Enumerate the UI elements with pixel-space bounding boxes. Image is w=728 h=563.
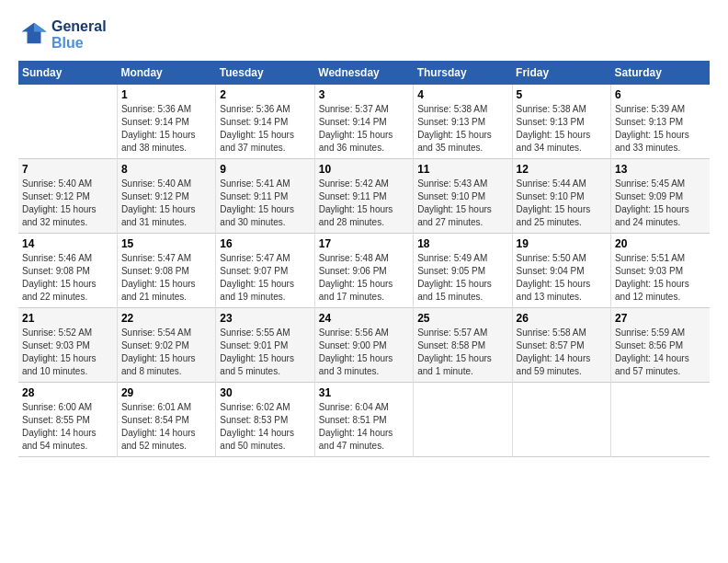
day-number: 27 [615,312,706,325]
calendar-cell: 24Sunrise: 5:56 AM Sunset: 9:00 PM Dayli… [314,308,413,383]
day-info: Sunrise: 5:42 AM Sunset: 9:11 PM Dayligh… [319,178,409,229]
calendar-header: Sunday Monday Tuesday Wednesday Thursday… [18,61,710,85]
day-info: Sunrise: 6:00 AM Sunset: 8:55 PM Dayligh… [22,401,113,453]
day-info: Sunrise: 5:56 AM Sunset: 9:00 PM Dayligh… [319,327,409,378]
day-number: 18 [417,237,507,250]
day-info: Sunrise: 5:47 AM Sunset: 9:08 PM Dayligh… [121,252,211,304]
day-number: 21 [22,312,113,325]
day-number: 6 [615,88,706,101]
day-info: Sunrise: 5:58 AM Sunset: 8:57 PM Dayligh… [517,327,607,378]
day-number: 23 [220,312,310,325]
day-number: 13 [615,163,706,176]
day-info: Sunrise: 5:38 AM Sunset: 9:13 PM Dayligh… [417,103,507,155]
calendar-cell [414,383,512,457]
calendar-cell: 17Sunrise: 5:48 AM Sunset: 9:06 PM Dayli… [314,234,413,308]
col-friday: Friday [512,61,610,85]
day-info: Sunrise: 5:55 AM Sunset: 9:01 PM Dayligh… [220,327,310,378]
day-info: Sunrise: 5:49 AM Sunset: 9:05 PM Dayligh… [417,252,507,304]
calendar-cell [512,383,610,457]
calendar-cell [18,85,117,159]
day-number: 5 [517,88,607,101]
calendar-cell: 23Sunrise: 5:55 AM Sunset: 9:01 PM Dayli… [216,308,314,383]
day-number: 19 [517,237,607,250]
day-info: Sunrise: 5:44 AM Sunset: 9:10 PM Dayligh… [517,178,607,229]
day-info: Sunrise: 5:46 AM Sunset: 9:08 PM Dayligh… [22,252,113,304]
day-info: Sunrise: 5:57 AM Sunset: 8:58 PM Dayligh… [417,327,507,378]
calendar-cell: 6Sunrise: 5:39 AM Sunset: 9:13 PM Daylig… [611,85,710,159]
day-info: Sunrise: 5:37 AM Sunset: 9:14 PM Dayligh… [319,103,409,155]
day-number: 4 [417,88,507,101]
day-number: 26 [517,312,607,325]
calendar-cell: 30Sunrise: 6:02 AM Sunset: 8:53 PM Dayli… [216,383,314,457]
calendar-cell: 10Sunrise: 5:42 AM Sunset: 9:11 PM Dayli… [314,159,413,234]
col-monday: Monday [117,61,215,85]
day-number: 11 [417,163,507,176]
calendar-week-5: 28Sunrise: 6:00 AM Sunset: 8:55 PM Dayli… [18,383,710,457]
day-number: 10 [319,163,409,176]
day-info: Sunrise: 5:41 AM Sunset: 9:11 PM Dayligh… [220,178,310,229]
day-number: 25 [417,312,507,325]
calendar-cell: 5Sunrise: 5:38 AM Sunset: 9:13 PM Daylig… [512,85,610,159]
day-info: Sunrise: 5:54 AM Sunset: 9:02 PM Dayligh… [121,327,211,378]
day-info: Sunrise: 6:04 AM Sunset: 8:51 PM Dayligh… [319,401,409,453]
day-info: Sunrise: 5:51 AM Sunset: 9:03 PM Dayligh… [615,252,706,304]
calendar-cell: 31Sunrise: 6:04 AM Sunset: 8:51 PM Dayli… [314,383,413,457]
calendar-cell: 11Sunrise: 5:43 AM Sunset: 9:10 PM Dayli… [414,159,512,234]
calendar-cell: 12Sunrise: 5:44 AM Sunset: 9:10 PM Dayli… [512,159,610,234]
calendar-cell: 15Sunrise: 5:47 AM Sunset: 9:08 PM Dayli… [117,234,215,308]
calendar-cell: 25Sunrise: 5:57 AM Sunset: 8:58 PM Dayli… [414,308,512,383]
day-number: 8 [121,163,211,176]
day-number: 1 [121,88,211,101]
calendar-body: 1Sunrise: 5:36 AM Sunset: 9:14 PM Daylig… [18,85,710,457]
day-number: 3 [319,88,409,101]
day-info: Sunrise: 5:52 AM Sunset: 9:03 PM Dayligh… [22,327,113,378]
page-header: General Blue [18,18,710,52]
calendar-week-1: 1Sunrise: 5:36 AM Sunset: 9:14 PM Daylig… [18,85,710,159]
calendar-cell: 1Sunrise: 5:36 AM Sunset: 9:14 PM Daylig… [117,85,215,159]
day-number: 29 [121,386,211,399]
calendar-cell: 8Sunrise: 5:40 AM Sunset: 9:12 PM Daylig… [117,159,215,234]
day-number: 2 [220,88,310,101]
col-saturday: Saturday [611,61,710,85]
logo-icon [20,19,48,47]
calendar-week-2: 7Sunrise: 5:40 AM Sunset: 9:12 PM Daylig… [18,159,710,234]
day-number: 30 [220,386,310,399]
day-info: Sunrise: 5:59 AM Sunset: 8:56 PM Dayligh… [615,327,706,378]
day-number: 14 [22,237,113,250]
calendar-cell: 9Sunrise: 5:41 AM Sunset: 9:11 PM Daylig… [216,159,314,234]
calendar-week-3: 14Sunrise: 5:46 AM Sunset: 9:08 PM Dayli… [18,234,710,308]
calendar-cell [611,383,710,457]
svg-marker-1 [34,23,47,32]
day-info: Sunrise: 5:38 AM Sunset: 9:13 PM Dayligh… [517,103,607,155]
day-info: Sunrise: 5:36 AM Sunset: 9:14 PM Dayligh… [121,103,211,155]
day-number: 31 [319,386,409,399]
calendar-week-4: 21Sunrise: 5:52 AM Sunset: 9:03 PM Dayli… [18,308,710,383]
day-number: 22 [121,312,211,325]
day-number: 12 [517,163,607,176]
day-info: Sunrise: 5:50 AM Sunset: 9:04 PM Dayligh… [517,252,607,304]
calendar-cell: 29Sunrise: 6:01 AM Sunset: 8:54 PM Dayli… [117,383,215,457]
calendar-cell: 21Sunrise: 5:52 AM Sunset: 9:03 PM Dayli… [18,308,117,383]
col-sunday: Sunday [18,61,117,85]
calendar-table: Sunday Monday Tuesday Wednesday Thursday… [18,61,710,457]
calendar-cell: 3Sunrise: 5:37 AM Sunset: 9:14 PM Daylig… [314,85,413,159]
day-info: Sunrise: 6:02 AM Sunset: 8:53 PM Dayligh… [220,401,310,453]
logo-name-general: General [51,18,107,35]
day-info: Sunrise: 5:40 AM Sunset: 9:12 PM Dayligh… [121,178,211,229]
day-number: 28 [22,386,113,399]
day-number: 17 [319,237,409,250]
day-info: Sunrise: 5:40 AM Sunset: 9:12 PM Dayligh… [22,178,113,229]
calendar-cell: 22Sunrise: 5:54 AM Sunset: 9:02 PM Dayli… [117,308,215,383]
calendar-cell: 4Sunrise: 5:38 AM Sunset: 9:13 PM Daylig… [414,85,512,159]
day-number: 15 [121,237,211,250]
day-number: 7 [22,163,113,176]
day-info: Sunrise: 5:36 AM Sunset: 9:14 PM Dayligh… [220,103,310,155]
calendar-cell: 26Sunrise: 5:58 AM Sunset: 8:57 PM Dayli… [512,308,610,383]
calendar-cell: 20Sunrise: 5:51 AM Sunset: 9:03 PM Dayli… [611,234,710,308]
day-info: Sunrise: 5:43 AM Sunset: 9:10 PM Dayligh… [417,178,507,229]
calendar-cell: 16Sunrise: 5:47 AM Sunset: 9:07 PM Dayli… [216,234,314,308]
day-info: Sunrise: 6:01 AM Sunset: 8:54 PM Dayligh… [121,401,211,453]
calendar-cell: 19Sunrise: 5:50 AM Sunset: 9:04 PM Dayli… [512,234,610,308]
calendar-cell: 27Sunrise: 5:59 AM Sunset: 8:56 PM Dayli… [611,308,710,383]
col-tuesday: Tuesday [216,61,314,85]
